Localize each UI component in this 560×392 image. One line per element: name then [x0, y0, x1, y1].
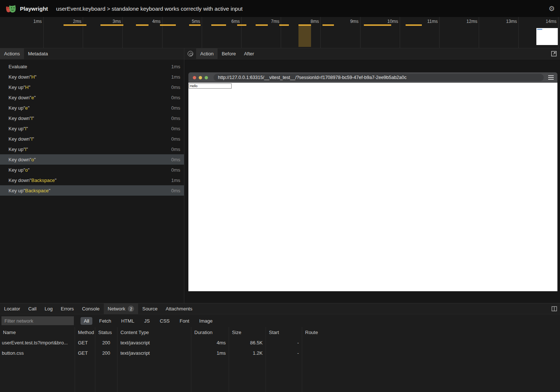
action-row[interactable]: Key down "Backspace"1ms: [0, 175, 184, 185]
action-row[interactable]: Evaluate1ms: [0, 61, 184, 72]
net-header-status[interactable]: Status: [95, 327, 117, 337]
net-cell-route[interactable]: [302, 348, 560, 358]
timeline-action-bar[interactable]: [256, 24, 268, 26]
action-row[interactable]: Key up "o"0ms: [0, 165, 184, 175]
action-row[interactable]: Key down "l"0ms: [0, 134, 184, 144]
net-header-size[interactable]: Size: [229, 327, 266, 337]
net-filler-cell: [75, 358, 95, 392]
network-filter-row: AllFetchHTMLJSCSSFontImage: [0, 314, 560, 327]
tab-source[interactable]: Source: [138, 303, 161, 314]
timeline-action-bar[interactable]: [160, 24, 176, 26]
chip-font[interactable]: Font: [176, 317, 192, 325]
tab-log[interactable]: Log: [41, 303, 57, 314]
action-title: Key up: [8, 126, 23, 131]
action-key-quote: ": [33, 136, 34, 142]
action-duration: 0ms: [171, 136, 180, 142]
tab-network[interactable]: Network2: [104, 303, 139, 314]
net-cell-duration[interactable]: 1ms: [191, 348, 229, 358]
net-cell-name[interactable]: userEvent.test.ts?import&bro...: [0, 337, 75, 348]
filter-network-input[interactable]: [1, 316, 74, 325]
timeline-screenshot-thumbnail[interactable]: [536, 28, 558, 45]
timeline-action-bar[interactable]: [298, 24, 311, 26]
timeline-tick-label: 13ms: [495, 19, 517, 24]
action-row[interactable]: Key up "Backspace"0ms: [0, 185, 184, 196]
tab-console[interactable]: Console: [78, 303, 104, 314]
net-header-duration[interactable]: Duration: [191, 327, 229, 337]
timeline[interactable]: 1ms2ms3ms4ms5ms6ms7ms8ms9ms10ms11ms12ms1…: [0, 17, 560, 48]
pick-locator-icon[interactable]: [188, 51, 193, 56]
tab-locator[interactable]: Locator: [0, 303, 24, 314]
tab-before[interactable]: Before: [218, 48, 240, 59]
net-cell-method[interactable]: GET: [75, 348, 95, 358]
action-key-quote: ": [28, 105, 30, 111]
timeline-action-bar[interactable]: [136, 24, 148, 26]
timeline-action-bar[interactable]: [237, 24, 246, 26]
net-cell-route[interactable]: [302, 337, 560, 348]
timeline-action-bar[interactable]: [64, 24, 86, 26]
timeline-gridline: [43, 17, 44, 48]
net-cell-start[interactable]: -: [266, 337, 302, 348]
net-cell-size[interactable]: 86.5K: [229, 337, 266, 348]
timeline-tick-label: 12ms: [456, 19, 477, 24]
chip-all[interactable]: All: [81, 317, 92, 325]
timeline-action-bar[interactable]: [279, 24, 289, 26]
timeline-action-bar[interactable]: [364, 24, 391, 26]
chip-fetch[interactable]: Fetch: [96, 317, 115, 325]
timeline-action-bar[interactable]: [211, 24, 226, 26]
gear-icon[interactable]: ⚙: [549, 5, 555, 12]
popout-icon[interactable]: [551, 48, 557, 59]
net-cell-method[interactable]: GET: [75, 337, 95, 348]
chip-js[interactable]: JS: [141, 317, 153, 325]
net-cell-start[interactable]: -: [266, 348, 302, 358]
columns-layout-icon[interactable]: [552, 306, 557, 313]
text-input[interactable]: Hello: [189, 83, 232, 89]
timeline-gridline: [241, 17, 242, 48]
timeline-action-bar[interactable]: [100, 24, 123, 26]
tab-action[interactable]: Action: [196, 48, 218, 59]
net-cell-size[interactable]: 1.2K: [229, 348, 266, 358]
action-row[interactable]: Key down "l"0ms: [0, 113, 184, 123]
tab-before-label: Before: [222, 51, 236, 56]
net-filler-cell: [95, 358, 117, 392]
net-header-start[interactable]: Start: [266, 327, 302, 337]
chip-image[interactable]: Image: [196, 317, 216, 325]
action-row[interactable]: Key up "e"0ms: [0, 103, 184, 113]
action-row[interactable]: Key down "H"1ms: [0, 72, 184, 82]
action-row[interactable]: Key down "e"0ms: [0, 92, 184, 103]
browser-snapshot: http://127.0.0.1:63315/__vitest_test__/?…: [188, 72, 557, 291]
net-cell-duration[interactable]: 4ms: [191, 337, 229, 348]
timeline-action-bar[interactable]: [406, 24, 422, 26]
timeline-action-bar[interactable]: [322, 24, 334, 26]
tab-errors[interactable]: Errors: [57, 303, 78, 314]
net-cell-content-type[interactable]: text/javascript: [117, 348, 191, 358]
tab-actions[interactable]: Actions: [0, 48, 24, 59]
chip-css[interactable]: CSS: [157, 317, 173, 325]
net-cell-content-type[interactable]: text/javascript: [117, 337, 191, 348]
tab-after[interactable]: After: [240, 48, 258, 59]
resource-type-chips: AllFetchHTMLJSCSSFontImage: [81, 317, 216, 325]
net-header-route[interactable]: Route: [302, 327, 560, 337]
tab-attachments[interactable]: Attachments: [161, 303, 196, 314]
action-key: o: [31, 157, 34, 162]
action-row[interactable]: Key up "H"0ms: [0, 82, 184, 92]
action-title: Key down: [8, 178, 30, 183]
net-header-content-type[interactable]: Content Type: [117, 327, 191, 337]
net-cell-status[interactable]: 200: [95, 348, 117, 358]
playwright-logo-icon: [5, 4, 16, 13]
menu-icon[interactable]: [548, 75, 554, 80]
action-key: e: [31, 95, 34, 100]
action-row[interactable]: Key up "l"0ms: [0, 123, 184, 134]
action-key: H: [25, 85, 28, 90]
net-header-name[interactable]: Name: [0, 327, 75, 337]
action-key: o: [25, 167, 28, 173]
tab-call[interactable]: Call: [24, 303, 40, 314]
net-header-method[interactable]: Method: [75, 327, 95, 337]
timeline-action-bar[interactable]: [189, 24, 201, 26]
tab-metadata[interactable]: Metadata: [24, 48, 52, 59]
timeline-selection[interactable]: [298, 24, 311, 47]
net-cell-status[interactable]: 200: [95, 337, 117, 348]
net-cell-name[interactable]: button.css: [0, 348, 75, 358]
chip-html[interactable]: HTML: [118, 317, 137, 325]
action-row[interactable]: Key up "l"0ms: [0, 144, 184, 154]
action-row[interactable]: Key down "o"0ms: [0, 154, 184, 165]
